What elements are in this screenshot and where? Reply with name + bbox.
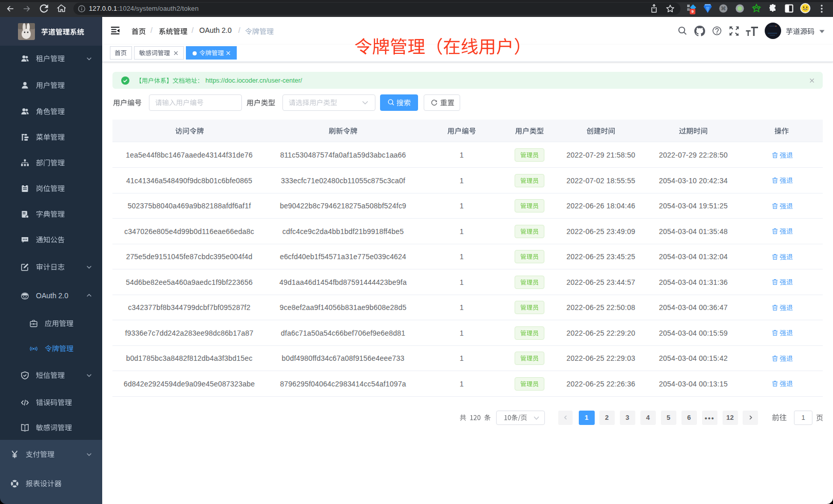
svg-text:⌘: ⌘ — [721, 6, 726, 11]
